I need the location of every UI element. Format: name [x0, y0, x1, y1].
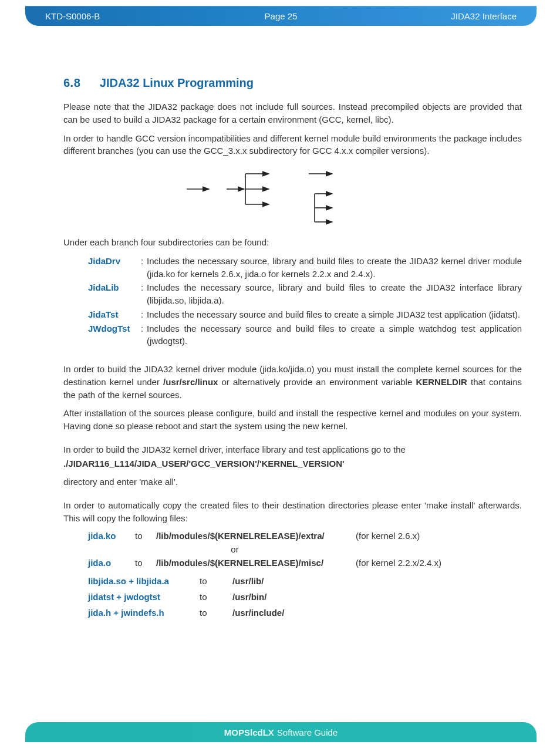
page-body: 6.8 JIDA32 Linux Programming Please note…	[63, 76, 522, 624]
install-or: or	[88, 544, 382, 554]
intro-para-1b: In order to handle GCC version incompati…	[63, 132, 522, 158]
section-heading: 6.8 JIDA32 Linux Programming	[63, 76, 522, 90]
header-section: JIDA32 Interface	[359, 11, 517, 21]
install-dest: /usr/include/	[232, 608, 284, 618]
install-row: jida.koto/lib/modules/$(KERNELRELEASE)/e…	[63, 531, 522, 541]
install-table: jida.koto/lib/modules/$(KERNELRELEASE)/e…	[63, 531, 522, 618]
install-file: jida.ko	[88, 531, 135, 541]
subdir-colon: :	[141, 281, 147, 307]
subdir-row: JWdogTst:Includes the necessary source a…	[63, 322, 522, 348]
subdir-colon: :	[141, 322, 147, 348]
install-dest: /usr/bin/	[232, 592, 266, 602]
build-intro: In order to build the JIDA32 kernel driv…	[63, 443, 522, 456]
subdir-row: JidaTst:Includes the necessary source an…	[63, 308, 522, 321]
subdir-colon: :	[141, 308, 147, 321]
install-dest: /lib/modules/$(KERNELRELEASE)/extra/	[156, 531, 356, 541]
subdir-desc: Includes the necessary source, library a…	[147, 281, 522, 307]
install-dest: /lib/modules/$(KERNELRELEASE)/misc/	[156, 558, 356, 568]
install-dest: /usr/lib/	[232, 576, 264, 586]
install-row: jida.h + jwindefs.hto/usr/include/	[63, 608, 522, 618]
install-intro: In order to automatically copy the creat…	[63, 499, 522, 525]
subdir-colon: :	[141, 255, 147, 281]
subdir-row: JidaDrv:Includes the necessary source, l…	[63, 255, 522, 281]
subdir-desc: Includes the necessary source and build …	[147, 322, 522, 348]
install-row: libjida.so + libjida.ato/usr/lib/	[63, 576, 522, 586]
header-doc-id: KTD-S0006-B	[45, 11, 203, 21]
kernel-para-1c: or alternatively provide an environment …	[218, 377, 416, 387]
page-footer: MOPSlcdLX Software Guide	[25, 722, 537, 742]
tree-arrows-icon	[181, 163, 392, 228]
install-row: jidatst + jwdogtstto/usr/bin/	[63, 592, 522, 602]
section-title: JIDA32 Linux Programming	[100, 76, 254, 89]
install-to: to	[200, 592, 232, 602]
subdir-name: JidaDrv	[88, 255, 141, 281]
subdir-name: JidaTst	[88, 308, 141, 321]
install-files: jidatst + jwdogtst	[88, 592, 200, 602]
kernel-para-2: After installation of the sources please…	[63, 407, 522, 433]
install-files: libjida.so + libjida.a	[88, 576, 200, 586]
kernel-src-path: /usr/src/linux	[163, 377, 218, 387]
build-path: ./JIDAR116_L114/JIDA_USER/'GCC_VERSION'/…	[63, 457, 522, 470]
install-to: to	[135, 531, 156, 541]
subdir-name: JidaLib	[88, 281, 141, 307]
install-file: jida.o	[88, 558, 135, 568]
header-page: Page 25	[203, 11, 360, 21]
install-row: jida.oto/lib/modules/$(KERNELRELEASE)/mi…	[63, 558, 522, 568]
subdir-row: JidaLib:Includes the necessary source, l…	[63, 281, 522, 307]
install-note: (for kernel 2.6.x)	[356, 531, 420, 541]
intro-para-1: Please note that the JIDA32 package does…	[63, 100, 522, 126]
footer-product: MOPSlcdLX	[224, 727, 274, 737]
page-header: KTD-S0006-B Page 25 JIDA32 Interface	[25, 6, 537, 26]
subdir-name: JWdogTst	[88, 322, 141, 348]
branch-diagram	[63, 163, 522, 228]
install-to: to	[135, 558, 156, 568]
install-files: jida.h + jwindefs.h	[88, 608, 200, 618]
kernel-env-var: KERNELDIR	[416, 377, 467, 387]
install-to: to	[200, 608, 232, 618]
footer-suffix: Software Guide	[277, 727, 338, 737]
build-after: directory and enter 'make all'.	[63, 476, 522, 488]
subdir-desc: Includes the necessary source, library a…	[147, 255, 522, 281]
section-number: 6.8	[63, 76, 80, 89]
install-to: to	[200, 576, 232, 586]
install-note: (for kernel 2.2.x/2.4.x)	[356, 558, 441, 568]
subdir-desc: Includes the necessary source and build …	[147, 308, 522, 321]
subdir-intro: Under each branch four subdirectories ca…	[63, 236, 522, 249]
kernel-para-1: In order to build the JIDA32 kernel driv…	[63, 363, 522, 401]
subdir-list: JidaDrv:Includes the necessary source, l…	[63, 255, 522, 348]
